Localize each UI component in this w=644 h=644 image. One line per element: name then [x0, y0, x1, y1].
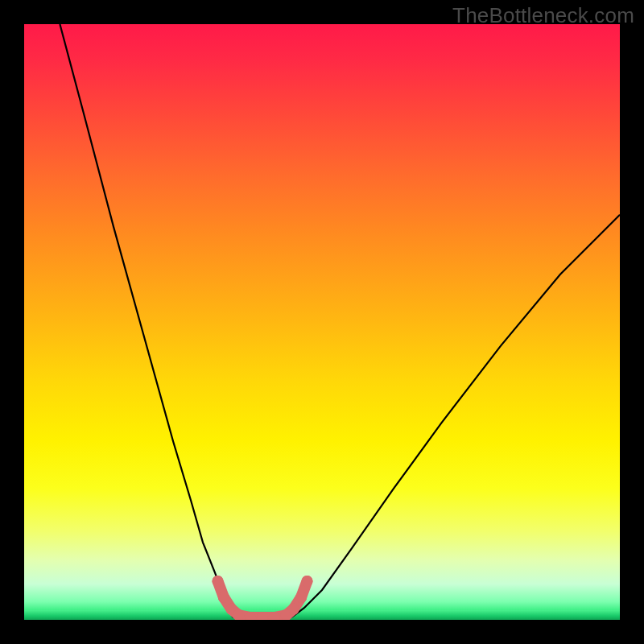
plot-area [24, 24, 620, 620]
watermark-text: TheBottleneck.com [452, 3, 634, 28]
marker-dot [218, 592, 229, 603]
marker-dot [302, 576, 313, 587]
marker-dot [295, 592, 307, 603]
curve-layer [24, 24, 620, 620]
marker-dot [213, 576, 224, 587]
marker-dot [288, 604, 299, 615]
bottleneck-curve [60, 24, 620, 619]
chart-frame: TheBottleneck.com [0, 0, 644, 644]
